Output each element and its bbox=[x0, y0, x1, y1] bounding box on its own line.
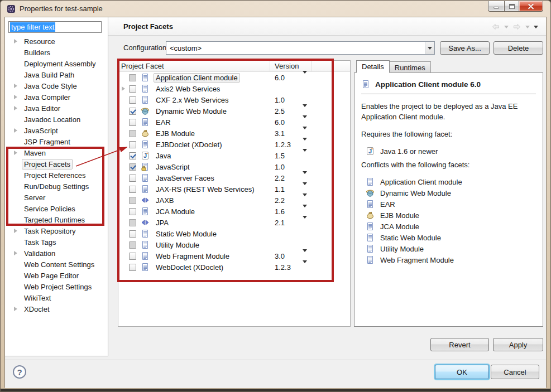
version-dropdown-icon[interactable] bbox=[303, 129, 307, 138]
facet-row-axis2-web-services[interactable]: Axis2 Web Services bbox=[118, 83, 350, 94]
version-dropdown-icon[interactable] bbox=[303, 141, 307, 149]
sidebar-item-web-page-editor[interactable]: Web Page Editor bbox=[5, 270, 107, 281]
facet-row-ejbdoclet-xdoclet[interactable]: EJBDoclet (XDoclet) 1.2.3 bbox=[118, 139, 350, 150]
version-dropdown-icon[interactable] bbox=[303, 219, 307, 227]
close-button[interactable] bbox=[519, 1, 543, 12]
expander-icon[interactable] bbox=[14, 95, 20, 99]
sidebar-item-wikitext[interactable]: WikiText bbox=[5, 292, 107, 303]
expander-icon[interactable] bbox=[14, 39, 20, 43]
facet-checkbox[interactable] bbox=[129, 175, 136, 182]
sidebar-item-server[interactable]: Server bbox=[5, 192, 107, 203]
facet-checkbox[interactable] bbox=[129, 208, 136, 215]
sidebar-item-run-debug-settings[interactable]: Run/Debug Settings bbox=[5, 181, 107, 192]
version-dropdown-icon[interactable] bbox=[303, 263, 307, 272]
forward-icon[interactable] bbox=[512, 22, 521, 31]
facet-row-utility-module[interactable]: Utility Module bbox=[118, 239, 350, 250]
ok-button[interactable]: OK bbox=[435, 365, 489, 379]
sidebar-item-xdoclet[interactable]: XDoclet bbox=[5, 303, 107, 314]
version-dropdown-icon[interactable] bbox=[303, 74, 307, 82]
maximize-button[interactable] bbox=[504, 1, 519, 12]
sidebar-item-deployment-assembly[interactable]: Deployment Assembly bbox=[5, 58, 107, 69]
sidebar-item-web-project-settings[interactable]: Web Project Settings bbox=[5, 281, 107, 292]
facet-checkbox[interactable] bbox=[129, 85, 136, 93]
facet-row-webdoclet-xdoclet[interactable]: WebDoclet (XDoclet) 1.2.3 bbox=[118, 262, 350, 273]
expander-icon[interactable] bbox=[14, 106, 20, 110]
sidebar-item-java-code-style[interactable]: Java Code Style bbox=[5, 80, 107, 91]
cancel-button[interactable]: Cancel bbox=[491, 365, 539, 379]
revert-button[interactable]: Revert bbox=[430, 338, 489, 351]
expander-icon[interactable] bbox=[14, 128, 20, 133]
facet-checkbox[interactable] bbox=[129, 130, 136, 137]
expander-icon[interactable] bbox=[122, 86, 127, 91]
sidebar-item-project-facets[interactable]: Project Facets bbox=[5, 158, 107, 170]
apply-button[interactable]: Apply bbox=[493, 338, 543, 351]
sidebar-item-project-references[interactable]: Project References bbox=[5, 170, 107, 181]
sidebar-item-validation[interactable]: Validation bbox=[5, 248, 107, 259]
facet-checkbox[interactable] bbox=[129, 253, 136, 260]
version-dropdown-icon[interactable] bbox=[303, 252, 307, 260]
facet-checkbox[interactable] bbox=[129, 230, 136, 238]
column-version[interactable]: Version bbox=[270, 61, 312, 71]
sidebar-item-javascript[interactable]: JavaScript bbox=[5, 125, 107, 136]
facet-checkbox[interactable] bbox=[129, 264, 136, 271]
facet-row-jax-rs-rest-web-services[interactable]: JAX-RS (REST Web Services) 1.1 bbox=[118, 183, 350, 195]
save-as-button[interactable]: Save As... bbox=[440, 41, 490, 55]
tab-runtimes[interactable]: Runtimes bbox=[390, 61, 431, 73]
facet-checkbox[interactable] bbox=[129, 197, 136, 204]
minimize-button[interactable] bbox=[488, 1, 504, 12]
facet-checkbox[interactable] bbox=[129, 74, 136, 81]
configuration-select[interactable]: <custom> bbox=[166, 41, 435, 55]
version-dropdown-icon[interactable] bbox=[303, 185, 307, 193]
sidebar-item-task-repository[interactable]: Task Repository bbox=[5, 225, 107, 236]
sidebar-item-task-tags[interactable]: Task Tags bbox=[5, 236, 107, 248]
tab-details[interactable]: Details bbox=[356, 60, 390, 73]
version-dropdown-icon[interactable] bbox=[303, 207, 307, 216]
version-dropdown-icon[interactable] bbox=[303, 118, 307, 127]
facet-row-java[interactable]: Java 1.5 bbox=[118, 150, 350, 161]
facet-checkbox[interactable] bbox=[129, 141, 136, 148]
sidebar-item-maven[interactable]: Maven bbox=[5, 147, 107, 158]
facet-checkbox[interactable] bbox=[129, 186, 136, 193]
expander-icon[interactable] bbox=[14, 151, 20, 155]
delete-button[interactable]: Delete bbox=[493, 41, 543, 55]
expander-icon[interactable] bbox=[14, 84, 20, 88]
sidebar-item-builders[interactable]: Builders bbox=[5, 47, 107, 58]
facet-row-jaxb[interactable]: JAXB 2.2 bbox=[118, 195, 350, 206]
facet-checkbox[interactable] bbox=[129, 241, 136, 249]
version-dropdown-icon[interactable] bbox=[303, 107, 307, 115]
facet-checkbox[interactable] bbox=[129, 119, 136, 126]
sidebar-item-web-content-settings[interactable]: Web Content Settings bbox=[5, 259, 107, 270]
version-dropdown-icon[interactable] bbox=[303, 152, 307, 160]
expander-icon[interactable] bbox=[14, 251, 20, 255]
facet-row-ejb-module[interactable]: EJB Module 3.1 bbox=[118, 128, 350, 139]
version-dropdown-icon[interactable] bbox=[303, 196, 307, 205]
facet-row-jpa[interactable]: JPA 2.1 bbox=[118, 217, 350, 228]
facet-checkbox[interactable] bbox=[129, 152, 136, 159]
facet-checkbox[interactable] bbox=[129, 163, 136, 171]
facet-row-javaserver-faces[interactable]: JavaServer Faces 2.2 bbox=[118, 172, 350, 183]
facet-row-javascript[interactable]: JavaScript 1.0 bbox=[118, 161, 350, 172]
column-project-facet[interactable]: Project Facet bbox=[118, 61, 270, 71]
titlebar[interactable]: Properties for test-sample bbox=[1, 1, 550, 17]
sidebar-item-java-compiler[interactable]: Java Compiler bbox=[5, 91, 107, 103]
expander-icon[interactable] bbox=[14, 307, 20, 311]
combo-dropdown-icon[interactable] bbox=[425, 42, 434, 54]
facet-row-static-web-module[interactable]: Static Web Module bbox=[118, 228, 350, 239]
facet-row-jca-module[interactable]: JCA Module 1.6 bbox=[118, 206, 350, 217]
facet-row-application-client-module[interactable]: Application Client module 6.0 bbox=[118, 72, 350, 83]
facet-checkbox[interactable] bbox=[129, 108, 136, 115]
facet-checkbox[interactable] bbox=[129, 96, 136, 104]
back-menu-caret-icon[interactable] bbox=[504, 26, 509, 31]
facet-row-web-fragment-module[interactable]: Web Fragment Module 3.0 bbox=[118, 250, 350, 262]
help-icon[interactable]: ? bbox=[13, 365, 26, 379]
sidebar-item-java-editor[interactable]: Java Editor bbox=[5, 103, 107, 114]
facet-row-ear[interactable]: EAR 6.0 bbox=[118, 117, 350, 128]
sidebar-item-service-policies[interactable]: Service Policies bbox=[5, 203, 107, 214]
version-dropdown-icon[interactable] bbox=[303, 174, 307, 182]
back-icon[interactable] bbox=[491, 22, 500, 31]
sidebar-item-resource[interactable]: Resource bbox=[5, 36, 107, 47]
facet-checkbox[interactable] bbox=[129, 219, 136, 226]
sidebar-item-jsp-fragment[interactable]: JSP Fragment bbox=[5, 136, 107, 147]
facet-row-dynamic-web-module[interactable]: Dynamic Web Module 2.5 bbox=[118, 105, 350, 117]
sidebar-item-javadoc-location[interactable]: Javadoc Location bbox=[5, 114, 107, 125]
